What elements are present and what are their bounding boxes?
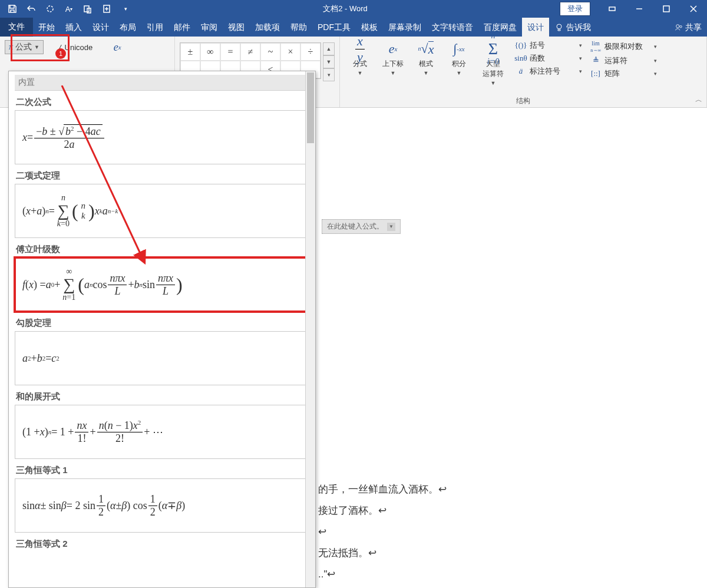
tab-references[interactable]: 引用: [141, 18, 169, 37]
equation-options-icon[interactable]: ▼: [387, 223, 395, 231]
scroll-up-icon[interactable]: ▲: [323, 42, 335, 55]
structure-operator[interactable]: ≜ 运算符▾: [587, 54, 659, 67]
integral-icon: ∫-xx: [453, 40, 464, 58]
add-page-icon[interactable]: [101, 4, 112, 14]
maximize-icon[interactable]: [653, 0, 680, 18]
chevron-down-icon: ▼: [34, 44, 39, 50]
ribbon-display-icon[interactable]: [599, 0, 626, 18]
equation-placeholder[interactable]: 在此处键入公式。 ▼: [322, 219, 401, 234]
svg-point-0: [47, 6, 53, 12]
login-button[interactable]: 登录: [560, 2, 590, 16]
symbol-times[interactable]: ×: [280, 43, 300, 61]
gallery-section-sum-expand: 和的展开式: [16, 391, 309, 402]
redo-icon[interactable]: [45, 4, 55, 14]
structure-radical[interactable]: n√x 根式▼: [411, 39, 441, 77]
structure-accent-label: 标注符号: [530, 66, 560, 77]
symbol-inf[interactable]: ∞: [200, 43, 220, 61]
title-right: 登录: [560, 0, 707, 18]
svg-point-8: [680, 26, 682, 28]
structure-bracket[interactable]: {()} 括号▾: [512, 39, 584, 52]
tab-review[interactable]: 审阅: [196, 18, 223, 37]
matrix-icon: [::]: [589, 69, 602, 78]
ribbon-collapse-icon[interactable]: ︿: [695, 95, 702, 105]
equation-button-label: 公式: [15, 42, 32, 52]
gallery-item-binomial[interactable]: (x + a)n = n∑k=0 (nk) xkan−k: [15, 184, 309, 238]
symbol-eq[interactable]: =: [220, 43, 240, 61]
symbol-div[interactable]: ÷: [300, 43, 321, 61]
tab-pdf[interactable]: PDF工具: [312, 18, 356, 37]
gallery-section-trig1: 三角恒等式 1: [16, 465, 309, 476]
structure-function[interactable]: sinθ 函数▾: [512, 52, 584, 65]
ribbon-tab-bar: 文件 开始 插入 设计 布局 引用 邮件 审阅 视图 加载项 帮助 PDF工具 …: [0, 18, 707, 37]
equation-placeholder-text: 在此处键入公式。: [327, 222, 384, 232]
structure-bracket-label: 括号: [530, 40, 545, 51]
tell-me-button[interactable]: 告诉我: [549, 18, 596, 37]
tab-help[interactable]: 帮助: [285, 18, 312, 37]
document-line-1: 的手，一丝鲜血流入酒杯。↩: [318, 479, 447, 500]
tab-mail[interactable]: 邮件: [169, 18, 196, 37]
qat-customize-icon[interactable]: ▾: [120, 4, 131, 14]
symbol-gallery-scroll[interactable]: ▲ ▼ ▾: [323, 42, 335, 81]
structure-matrix-label: 矩阵: [604, 68, 620, 79]
minimize-icon[interactable]: [626, 0, 653, 18]
gallery-expand-icon[interactable]: ▾: [323, 68, 335, 81]
tell-me-label: 告诉我: [566, 22, 591, 33]
tab-baidu[interactable]: 百度网盘: [478, 18, 522, 37]
save-icon[interactable]: [7, 4, 18, 14]
tab-equation-design[interactable]: 设计: [522, 18, 549, 37]
gallery-item-fourier[interactable]: f(x) = a0 + ∞∑n=1 (an cos nπxL + bn sin …: [15, 257, 309, 312]
tab-design[interactable]: 设计: [87, 18, 114, 37]
symbol-pm[interactable]: ±: [180, 43, 200, 61]
tab-layout[interactable]: 布局: [114, 18, 141, 37]
fraction-icon: xy: [354, 40, 366, 58]
structure-matrix[interactable]: [::] 矩阵▾: [587, 67, 659, 80]
structure-integral[interactable]: ∫-xx 积分▼: [444, 39, 474, 77]
annotation-badge-1: 1: [55, 48, 66, 59]
close-icon[interactable]: [680, 0, 707, 18]
accent-icon: ä: [514, 67, 527, 76]
structure-radical-label: 根式: [419, 59, 433, 69]
unicode-label: Unicode: [65, 43, 93, 52]
gallery-item-pythagoras[interactable]: a2 + b2 = c2: [15, 331, 309, 385]
svg-rect-1: [84, 6, 89, 12]
gallery-section-trig2: 三角恒等式 2: [16, 539, 309, 550]
symbol-neq[interactable]: ≠: [240, 43, 260, 61]
tab-screenrec[interactable]: 屏幕录制: [383, 18, 427, 37]
structure-limit[interactable]: limn→∞ 极限和对数▾: [587, 39, 659, 54]
window-title: 文档2 - Word: [131, 4, 560, 14]
operator-icon: ≜: [589, 56, 602, 65]
structure-script[interactable]: ex 上下标▼: [378, 39, 408, 77]
gallery-item-sum-expand[interactable]: (1 + x)n = 1 + nx1! + n(n − 1)x22! + ⋯: [15, 405, 309, 459]
quick-access-toolbar: A▾ ▾: [0, 4, 131, 14]
script-icon: ex: [389, 40, 398, 58]
tab-view[interactable]: 视图: [223, 18, 250, 37]
title-bar: A▾ ▾ 文档2 - Word 登录: [0, 0, 707, 18]
structure-script-label: 上下标: [382, 59, 404, 69]
tab-file[interactable]: 文件: [0, 18, 33, 37]
gallery-scrollbar-thumb[interactable]: [307, 72, 314, 143]
font-style-icon[interactable]: A▾: [64, 4, 74, 14]
tab-tts[interactable]: 文字转语音: [427, 18, 478, 37]
undo-icon[interactable]: [26, 4, 37, 14]
symbol-tilde[interactable]: ~: [260, 43, 280, 61]
structure-largeop[interactable]: nΣi=0 大型 运算符▼: [477, 39, 510, 87]
scroll-down-icon[interactable]: ▼: [323, 55, 335, 68]
gallery-item-trig1[interactable]: sin α ± sin β = 2 sin 12(α ± β) cos 12(α…: [15, 478, 309, 533]
tab-home[interactable]: 开始: [33, 18, 60, 37]
function-icon: sinθ: [514, 54, 527, 63]
share-button[interactable]: 共享: [669, 18, 707, 37]
gallery-scrollbar[interactable]: [305, 71, 315, 587]
gallery-item-quadratic[interactable]: x = −b ± √b2 − 4ac 2a: [15, 110, 309, 164]
document-line-2: 接过了酒杯。↩: [318, 500, 386, 521]
svg-point-7: [676, 25, 679, 28]
equation-gallery-dropdown: 内置 二次公式 x = −b ± √b2 − 4ac 2a 二项式定理 (x +…: [8, 71, 316, 588]
structure-accent[interactable]: ä 标注符号▾: [512, 65, 584, 78]
professional-format-icon[interactable]: ex: [108, 39, 127, 55]
device-icon[interactable]: [82, 4, 93, 14]
gallery-section-binomial: 二项式定理: [16, 170, 309, 181]
lightbulb-icon: [554, 23, 564, 32]
tab-insert[interactable]: 插入: [60, 18, 87, 37]
equation-dropdown-button[interactable]: π 公式 ▼: [5, 40, 44, 54]
structure-fraction[interactable]: xy 分式▼: [345, 39, 375, 77]
tab-addins[interactable]: 加载项: [250, 18, 285, 37]
